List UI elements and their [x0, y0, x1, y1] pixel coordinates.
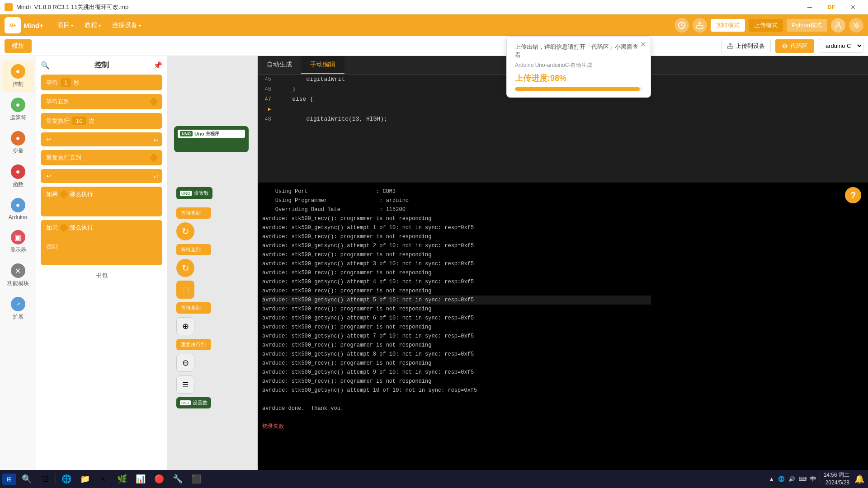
block-wait-seconds[interactable]: 等待 1 秒: [41, 75, 162, 90]
realtime-icon-button[interactable]: [675, 18, 689, 33]
block-if-then-else[interactable]: 如果 那么执行 否则: [41, 220, 162, 265]
wait-block-3[interactable]: 等待直到: [176, 302, 211, 314]
wait-label: 等待: [46, 79, 58, 87]
taskbar-terminal[interactable]: ⬛: [188, 471, 204, 487]
term-line-11: avrdude: stk500_recv(): programmer is no…: [262, 305, 651, 314]
uno-badge: UNO: [180, 131, 193, 136]
taskbar-search[interactable]: 🔍: [19, 471, 35, 487]
taskbar-chrome[interactable]: 🔴: [151, 471, 167, 487]
start-button[interactable]: ⊞: [2, 474, 16, 485]
tray-volume-icon[interactable]: 🔊: [788, 476, 795, 482]
block-wait-until[interactable]: 等待直到: [41, 94, 162, 109]
list-icon[interactable]: ☰: [176, 375, 194, 394]
sidebar-item-function[interactable]: ● 函数: [2, 161, 34, 192]
realtime-mode-btn[interactable]: 实时模式: [711, 19, 745, 32]
search-icon[interactable]: 🔍: [41, 61, 50, 70]
function-icon: ●: [11, 164, 25, 179]
wait-block-2[interactable]: 等待直到: [176, 244, 211, 255]
upload-mode-btn[interactable]: 上传模式: [749, 19, 783, 32]
logo-box: M+: [5, 17, 21, 33]
close-button[interactable]: ✕: [843, 0, 863, 14]
term-line-3: avrdude: stk500_recv(): programmer is no…: [262, 232, 651, 241]
minimize-button[interactable]: ─: [799, 0, 820, 14]
uno-main-block[interactable]: UNO Uno 主程序: [174, 126, 249, 152]
upload-icon: [727, 43, 733, 49]
notification-button[interactable]: 🔔: [853, 471, 866, 487]
app-icon: [5, 3, 13, 11]
tab-manual[interactable]: 手动编辑: [301, 56, 344, 74]
sidebar-item-function2[interactable]: ✕ 功能模块: [2, 260, 34, 291]
menu-item-connect[interactable]: 连接设备 ▾: [108, 19, 146, 32]
python-mode-btn[interactable]: Python模式: [787, 19, 827, 32]
chevron-down-icon: ▾: [99, 23, 101, 28]
code-area-button[interactable]: 代码区: [775, 39, 814, 53]
sidebar-item-variable[interactable]: ● 变量: [2, 127, 34, 159]
sidebar-item-display[interactable]: ▣ 显示器: [2, 226, 34, 258]
help-button[interactable]: ?: [845, 187, 861, 203]
sidebar-item-operator[interactable]: ● 运算符: [2, 94, 34, 125]
menu-item-tutorial[interactable]: 教程 ▾: [80, 19, 105, 32]
sidebar-item-expand[interactable]: ↗ 扩展: [2, 293, 34, 324]
zoom-in-icon[interactable]: ⊕: [176, 317, 194, 335]
taskbar-kingsoft[interactable]: K: [95, 471, 112, 487]
main-program-label: 主程序: [206, 131, 219, 137]
menu-item-project[interactable]: 项目 ▾: [52, 19, 78, 32]
bagpack-label: 书包: [41, 269, 162, 282]
device-select[interactable]: arduino C: [819, 39, 863, 53]
set-data-block[interactable]: UNO 设置数: [176, 397, 211, 408]
tab-auto[interactable]: 自动生成: [258, 56, 301, 74]
block-repeat-until[interactable]: 重复执行直到: [41, 150, 162, 165]
wait-icon-block-1[interactable]: 等待直到: [176, 207, 211, 219]
settings-button[interactable]: [849, 18, 863, 33]
realtime-icon: [678, 21, 686, 29]
tray-arrow-icon[interactable]: ▲: [769, 476, 774, 482]
app-name: Mind+: [24, 22, 43, 29]
terminal-container: ? Using Port : COM3 Using Programmer : a…: [258, 183, 868, 488]
second-label: 秒: [74, 79, 80, 87]
popup-close-button[interactable]: ✕: [640, 40, 646, 49]
terminal-panel[interactable]: Using Port : COM3 Using Programmer : ard…: [258, 183, 656, 488]
expand-icon: ↗: [11, 297, 25, 311]
upload-icon-button[interactable]: [693, 18, 707, 33]
center-visual-panel[interactable]: UNO Uno 主程序 UNO 设置数 等待直到 ↻: [167, 56, 258, 488]
sidebar-item-arduino[interactable]: ● Arduino: [2, 194, 34, 224]
maximize-button[interactable]: DF: [821, 0, 842, 14]
taskbar-mindplus[interactable]: 🔧: [170, 471, 186, 487]
tray-network-icon[interactable]: 🌐: [778, 476, 785, 482]
taskbar-task-view[interactable]: ⊡: [37, 471, 53, 487]
taskbar: ⊞ 🔍 ⊡ 🌐 📁 K 🌿 📊 🔴 🔧 ⬛ ▲ 🌐 🔊 ⌨ 中 14:56 周二…: [0, 470, 868, 488]
repeat-until-label: 重复执行直到: [46, 154, 81, 162]
code-icon: [782, 43, 788, 49]
taskbar-internet[interactable]: 🌿: [114, 471, 130, 487]
block-forever[interactable]: ↩: [41, 132, 162, 146]
block-if-then[interactable]: 如果 那么执行: [41, 187, 162, 216]
modules-button[interactable]: 模块: [5, 39, 32, 53]
pin-icon[interactable]: 📌: [153, 61, 162, 70]
sidebar-operator-label: 运算符: [10, 114, 26, 122]
sidebar-control-label: 控制: [13, 80, 24, 88]
repeat-block[interactable]: 重复执行到: [176, 339, 211, 350]
user-avatar-btn[interactable]: [831, 18, 845, 33]
refresh-icon-1[interactable]: ↻: [176, 222, 194, 240]
main-area: ● 控制 ● 运算符 ● 变量 ● 函数 ● Arduino ▣ 显示器 ✕ 功…: [0, 56, 868, 488]
zoom-out-icon[interactable]: ⊖: [176, 354, 194, 372]
wait-block-label-2: 等待直到: [181, 246, 201, 253]
tray-keyboard-icon[interactable]: ⌨: [799, 476, 807, 482]
crop-icon[interactable]: ⬚: [176, 281, 194, 299]
repeat-label: 重复执行: [46, 117, 70, 125]
display-icon: ▣: [11, 230, 25, 244]
taskbar-explorer[interactable]: 📁: [77, 471, 93, 487]
popup-progress-bar: [515, 87, 642, 91]
block-repeat[interactable]: 重复执行 10 次: [41, 113, 162, 129]
taskbar-edge[interactable]: 🌐: [58, 471, 75, 487]
upload-device-button[interactable]: 上传到设备: [721, 39, 771, 53]
visual-block-2[interactable]: UNO 设置数: [176, 187, 212, 199]
block-repeat-until-body[interactable]: ↩: [41, 169, 162, 183]
taskbar-ppt[interactable]: 📊: [132, 471, 149, 487]
term-line-15: avrdude: stk500_recv(): programmer is no…: [262, 341, 651, 350]
refresh-icon-2[interactable]: ↻: [176, 259, 194, 277]
sidebar-function-label: 函数: [13, 181, 24, 188]
sidebar-item-control[interactable]: ● 控制: [2, 61, 34, 92]
tray-ime-icon[interactable]: 中: [810, 475, 816, 483]
term-line-port: Using Port : COM3: [262, 187, 651, 196]
